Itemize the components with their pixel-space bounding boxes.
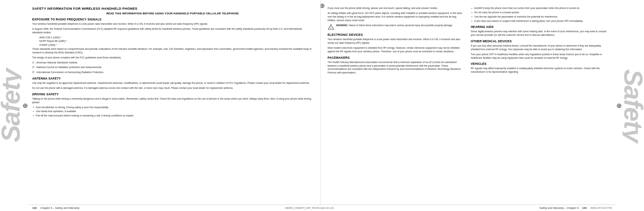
other-medical-heading: OTHER MEDICAL DEVICES <box>471 39 608 43</box>
vehicles-heading: VEHICLES <box>471 62 608 66</box>
section2-heading: ANTENNA SAFETY <box>32 77 313 80</box>
other-medical-para1: If you use any other personal medical de… <box>471 44 608 51</box>
right-page: If you must use the phone while driving,… <box>321 0 616 205</box>
standard-1: ANSI C95.1 (1992) * <box>39 36 313 39</box>
warning-box: ! WARNING: Failure to follow these instr… <box>328 24 465 30</box>
pacemakers-heading: PACEMAKERS <box>328 56 465 59</box>
section3-heading: DRIVING SAFETY <box>32 92 313 96</box>
crosshair-left: ⊕ <box>21 0 29 211</box>
ref2: 2* : National Council on Radiation prote… <box>32 66 313 69</box>
pages-spread: SAFETY INFORMATION FOR WIRELESS HANDHELD… <box>29 0 615 205</box>
section1-para2: In August 1996, the Federal Communicatio… <box>32 27 313 34</box>
driving-bullet-3: Pull off the road and park before making… <box>32 114 313 118</box>
pacemaker-bullet-4: If you have any reason to suspect that i… <box>471 19 608 23</box>
section1-para3: Those standards were based on comprehens… <box>32 47 313 54</box>
electronic-para2: Most modern electronic equipment is shie… <box>328 46 465 53</box>
footer-left: 132 Chapter 8 – Safety and Warranty <box>32 206 79 210</box>
svg-text:!: ! <box>330 26 331 29</box>
footer-right: Safety and Warranty – Chapter 8 133 2008… <box>540 206 612 210</box>
page-container: Safety Safety ⊕ ⊕ ⊕ SAFETY INFORMATION F… <box>0 0 644 211</box>
section1-para1: Your wireless handheld portable telephon… <box>32 22 313 26</box>
warning-text: WARNING: Failure to follow these instruc… <box>336 24 453 27</box>
right-watermark-text: Safety <box>623 69 644 142</box>
left-chapter-label: Chapter 8 – Safety and Warranty <box>40 206 79 210</box>
warning-icon: ! <box>328 24 334 30</box>
footer-center: 080803_CDM8975_RAP_REV00.indd 132-133 <box>285 207 334 209</box>
pacemakers-para1: The Health Industry Manufacturers Associ… <box>328 61 465 75</box>
left-watermark-text: Safety <box>0 69 21 142</box>
section1-heading: EXPOSURE TO RADIO FREQUENCY SIGNALS <box>32 18 313 21</box>
main-content: SAFETY INFORMATION FOR WIRELESS HANDHELD… <box>29 0 615 211</box>
right-watermark: Safety <box>623 0 644 211</box>
main-title: SAFETY INFORMATION FOR WIRELESS HANDHELD… <box>32 6 313 10</box>
footer-timestamp: 2008.8.25 5:32:5 PM <box>590 207 612 209</box>
electronic-heading: ELECTRONIC DEVICES <box>328 33 465 37</box>
pacemaker-bullet-1: ALWAYS keep the phone more than six inch… <box>471 6 608 10</box>
pacemaker-bullet-2: Do not carry the phone in a breast pocke… <box>471 11 608 14</box>
electronic-para1: Your wireless handheld portable telephon… <box>328 38 465 45</box>
left-page: SAFETY INFORMATION FOR WIRELESS HANDHELD… <box>29 0 321 205</box>
ref1: 1* : American National Standards Institu… <box>32 61 313 64</box>
subtitle: READ THIS INFORMATION BEFORE USING YOUR … <box>32 12 313 15</box>
right-col-2: ALWAYS keep the phone more than six inch… <box>471 6 608 200</box>
warning-label: WARNING <box>336 24 347 27</box>
driving-bullet-2: Use hands-free operation, if available. <box>32 110 313 113</box>
right-col-1: If you must use the phone while driving,… <box>328 6 465 200</box>
hearing-heading: HEARING AIDS <box>471 25 608 29</box>
vehicles-para: RF signals may affect improperly install… <box>471 67 608 74</box>
ref3: 3* : International Commission on Nonioni… <box>32 71 313 74</box>
standard-2: NCRP Report 86 (1986) * <box>39 39 313 43</box>
footer-doc-label: 080803_CDM8975_RAP_REV00.indd 132-133 <box>285 207 334 209</box>
section1-para4: The design of your phone complies with t… <box>32 56 313 59</box>
crosshair-right-icon: ⊕ <box>616 102 622 110</box>
hearing-para: Some digital wireless phones may interfe… <box>471 30 608 37</box>
other-medical-para2: Turn your phone OFF in healthcare facili… <box>471 53 608 60</box>
right-airbag: An airbag inflates with great force. DO … <box>328 11 465 22</box>
footer: 132 Chapter 8 – Safety and Warranty 0808… <box>29 205 615 211</box>
warning-body: : Failure to follow these instructions m… <box>347 24 453 27</box>
crosshair-right: ⊕ <box>615 0 623 211</box>
right-page-num: 133 <box>582 206 587 210</box>
pacemaker-bullet-3: Use the ear opposite the pacemaker to mi… <box>471 15 608 19</box>
right-intro: If you must use the phone while driving,… <box>328 6 465 10</box>
driving-bullet-1: Give full attention to driving. Driving … <box>32 106 313 109</box>
standard-3: ICNIRP (1996) * <box>39 43 313 47</box>
crosshair-left-icon: ⊕ <box>23 102 28 110</box>
section2-para1: Use only the supplied or an approved rep… <box>32 81 313 85</box>
section2-para2: Do not use the phone with a damaged ante… <box>32 86 313 90</box>
section3-para1: Talking on the phone while driving is ex… <box>32 97 313 104</box>
right-chapter-label: Safety and Warranty – Chapter 8 <box>540 206 579 210</box>
left-page-num: 132 <box>32 206 37 210</box>
left-watermark: Safety <box>0 0 21 211</box>
